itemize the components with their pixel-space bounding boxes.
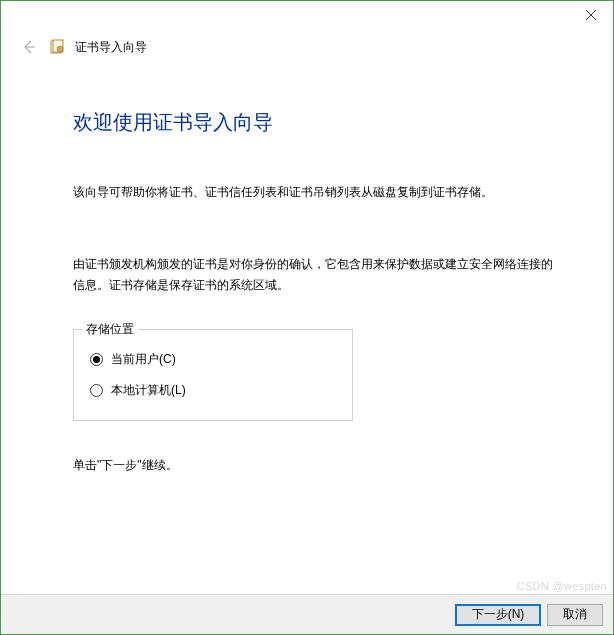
content-area: 欢迎使用证书导入向导 该向导可帮助你将证书、证书信任列表和证书吊销列表从磁盘复制… bbox=[1, 57, 613, 594]
titlebar bbox=[1, 1, 613, 29]
description-2: 由证书颁发机构颁发的证书是对你身份的确认，它包含用来保护数据或建立安全网络连接的… bbox=[73, 254, 553, 295]
back-button bbox=[19, 37, 39, 57]
radio-label-current-user: 当前用户(C) bbox=[111, 351, 176, 368]
close-button[interactable] bbox=[569, 1, 613, 29]
radio-local-machine[interactable]: 本地计算机(L) bbox=[88, 375, 338, 406]
radio-label-local-machine: 本地计算机(L) bbox=[111, 382, 186, 399]
continue-hint: 单击"下一步"继续。 bbox=[73, 457, 553, 474]
radio-icon bbox=[90, 384, 103, 397]
storage-location-group: 存储位置 当前用户(C) 本地计算机(L) bbox=[73, 329, 353, 421]
footer: 下一步(N) 取消 bbox=[1, 594, 613, 634]
next-button[interactable]: 下一步(N) bbox=[455, 604, 541, 626]
header-row: 证书导入向导 bbox=[1, 29, 613, 57]
main-heading: 欢迎使用证书导入向导 bbox=[73, 109, 553, 136]
close-icon bbox=[586, 10, 596, 20]
radio-current-user[interactable]: 当前用户(C) bbox=[88, 344, 338, 375]
description-1: 该向导可帮助你将证书、证书信任列表和证书吊销列表从磁盘复制到证书存储。 bbox=[73, 182, 553, 202]
storage-legend: 存储位置 bbox=[82, 321, 138, 338]
header-title: 证书导入向导 bbox=[75, 39, 147, 56]
back-arrow-icon bbox=[21, 39, 37, 55]
radio-icon bbox=[90, 353, 103, 366]
wizard-window: 证书导入向导 欢迎使用证书导入向导 该向导可帮助你将证书、证书信任列表和证书吊销… bbox=[0, 0, 614, 635]
cancel-button[interactable]: 取消 bbox=[547, 604, 603, 626]
certificate-wizard-icon bbox=[49, 39, 65, 55]
svg-point-5 bbox=[57, 46, 63, 52]
